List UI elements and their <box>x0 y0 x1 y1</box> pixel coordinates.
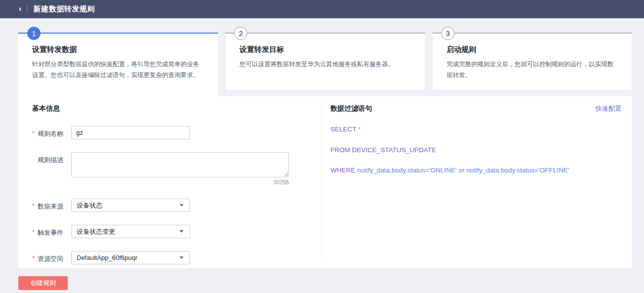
sql-keyword-from: FROM <box>330 146 350 154</box>
sql-where-line: WHERE notify_data.body.status='ONLINE' o… <box>330 167 621 174</box>
create-rule-button[interactable]: 创建规则 <box>18 276 68 290</box>
back-icon[interactable]: ‹ <box>18 3 27 15</box>
data-source-label: 数据来源 <box>38 199 66 211</box>
step-number-badge: 3 <box>441 27 455 40</box>
rule-description-row: 规则描述 0/256 <box>32 152 322 186</box>
sql-select-line: SELECT * <box>330 126 621 133</box>
trigger-event-label: 触发事件 <box>38 225 66 237</box>
sql-select-star: * <box>358 126 361 133</box>
step-line <box>225 33 425 34</box>
step-body: 启动规则 完成完整的规则定义后，您就可以控制规则的运行，以实现数据转发。 <box>432 33 632 90</box>
step-description: 针对部分类型数据提供的快速配置，将引导您完成简单的业务设置。您也可以直接编辑过滤… <box>32 59 203 81</box>
step-body: 设置转发目标 您可以设置将数据转发至华为云其他服务或私有服务器。 <box>225 33 425 90</box>
step-title: 启动规则 <box>447 45 617 54</box>
required-mark: * <box>32 225 38 236</box>
rule-description-textarea[interactable] <box>71 152 289 177</box>
rule-name-label: 规则名称 <box>38 126 66 138</box>
rule-description-label: 规则描述 <box>38 152 66 165</box>
page-header: ‹ 新建数据转发规则 <box>0 0 644 18</box>
required-mark: * <box>32 251 38 262</box>
step-body: 设置转发数据 针对部分类型数据提供的快速配置，将引导您完成简单的业务设置。您也可… <box>18 33 218 96</box>
sql-filter-panel: 数据过滤语句 快速配置 SELECT * FROM DEVICE_STATUS_… <box>322 103 632 257</box>
resource-space-row: * 资源空间 DefaultApp_60f6puqr <box>32 251 322 264</box>
rule-name-row: * 规则名称 <box>32 126 322 139</box>
required-mark: * <box>32 126 38 137</box>
chevron-down-icon <box>180 256 184 259</box>
sql-statement: SELECT * FROM DEVICE_STATUS_UPDATE WHERE… <box>330 126 621 174</box>
chevron-down-icon <box>180 230 184 233</box>
data-source-row: * 数据来源 设备状态 <box>32 199 322 212</box>
step-tab-forward-data[interactable]: 1 设置转发数据 针对部分类型数据提供的快速配置，将引导您完成简单的业务设置。您… <box>18 27 218 96</box>
footer-actions: 创建规则 <box>18 276 644 290</box>
rule-name-input[interactable] <box>71 126 190 139</box>
step-number-badge: 1 <box>27 27 41 40</box>
data-source-select[interactable]: 设备状态 <box>71 199 190 212</box>
sql-keyword-where: WHERE <box>330 167 355 174</box>
basic-info-form: 基本信息 * 规则名称 规则描述 0/256 * 数据来源 设备状态 <box>18 96 322 268</box>
sql-from-line: FROM DEVICE_STATUS_UPDATE <box>330 147 621 154</box>
header-divider <box>27 5 27 13</box>
required-mark-empty <box>32 152 38 156</box>
page-title: 新建数据转发规则 <box>34 4 95 14</box>
step-line <box>432 33 632 34</box>
step-wizard: 1 设置转发数据 针对部分类型数据提供的快速配置，将引导您完成简单的业务设置。您… <box>18 27 632 96</box>
step-tab-forward-target[interactable]: 2 设置转发目标 您可以设置将数据转发至华为云其他服务或私有服务器。 <box>225 27 425 90</box>
step-title: 设置转发目标 <box>239 45 410 54</box>
rule-config-panel: 基本信息 * 规则名称 规则描述 0/256 * 数据来源 设备状态 <box>18 96 632 268</box>
step-tab-start-rule[interactable]: 3 启动规则 完成完整的规则定义后，您就可以控制规则的运行，以实现数据转发。 <box>432 27 632 90</box>
sql-keyword-select: SELECT <box>330 126 356 133</box>
trigger-event-value: 设备状态变更 <box>77 227 180 236</box>
sql-where-condition: notify_data.body.status='ONLINE' or noti… <box>357 167 569 174</box>
trigger-event-select[interactable]: 设备状态变更 <box>71 225 190 238</box>
required-mark: * <box>32 199 38 209</box>
resource-space-select[interactable]: DefaultApp_60f6puqr <box>71 251 190 264</box>
quick-config-link[interactable]: 快速配置 <box>596 104 621 113</box>
section-title-basic-info: 基本信息 <box>32 104 322 113</box>
sql-from-table: DEVICE_STATUS_UPDATE <box>352 146 436 154</box>
trigger-event-row: * 触发事件 设备状态变更 <box>32 225 322 238</box>
step-line <box>18 33 218 34</box>
step-description: 您可以设置将数据转发至华为云其他服务或私有服务器。 <box>239 59 410 70</box>
step-title: 设置转发数据 <box>32 45 203 54</box>
resource-space-label: 资源空间 <box>38 251 66 263</box>
data-source-value: 设备状态 <box>77 201 180 210</box>
resource-space-value: DefaultApp_60f6puqr <box>77 254 180 261</box>
sql-panel-title: 数据过滤语句 <box>330 104 372 113</box>
sql-panel-header: 数据过滤语句 快速配置 <box>330 104 621 113</box>
step-description: 完成完整的规则定义后，您就可以控制规则的运行，以实现数据转发。 <box>447 59 617 81</box>
chevron-down-icon <box>180 204 184 207</box>
char-counter: 0/256 <box>274 179 289 186</box>
